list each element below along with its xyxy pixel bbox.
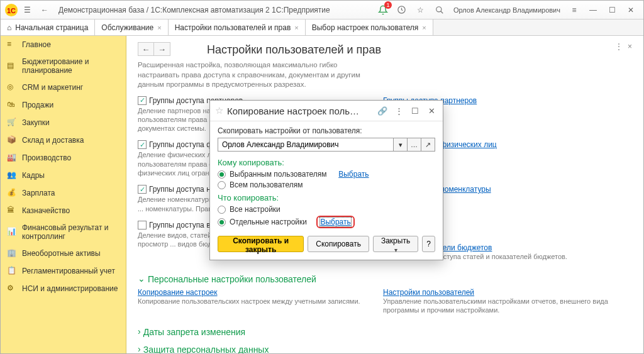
tab-home[interactable]: ⌂ Начальная страница	[1, 19, 95, 35]
sidebar-item-main[interactable]: ≡Главное	[1, 36, 126, 53]
tab-bar: ⌂ Начальная страница Обслуживание× Настр…	[1, 19, 643, 36]
sidebar-item-treasury[interactable]: 🏛Казначейство	[1, 202, 126, 219]
maximize-icon[interactable]: ☐	[604, 3, 619, 18]
radio-all-users[interactable]	[218, 181, 226, 189]
chart-icon: ▤	[7, 61, 17, 71]
dialog-close-icon[interactable]: ✕	[425, 104, 438, 117]
svg-point-3	[436, 6, 441, 11]
page-close-icon[interactable]: ×	[628, 42, 632, 51]
sidebar-item-admin[interactable]: ⚙НСИ и администрирование	[1, 280, 126, 297]
building-icon: 🏢	[7, 248, 17, 258]
menu-icon[interactable]: ☰	[19, 3, 35, 18]
radio-all-settings[interactable]	[218, 206, 226, 214]
group-copy-to: Кому копировать:	[218, 158, 435, 167]
close-tab-icon[interactable]: ×	[422, 24, 426, 31]
open-icon[interactable]: ↗	[421, 138, 435, 152]
bars-icon: 📊	[7, 227, 17, 237]
sidebar-item-hr[interactable]: 👥Кадры	[1, 167, 126, 184]
sidebar-item-production[interactable]: 🏭Производство	[1, 149, 126, 167]
doc-icon: 📋	[7, 266, 17, 276]
section-personal-data[interactable]: Защита персональных данных	[138, 345, 632, 354]
copy-button[interactable]: Скопировать	[308, 236, 369, 252]
nav-back-button[interactable]: ←	[138, 42, 154, 56]
checkbox-partners[interactable]: ✓	[138, 96, 147, 105]
sidebar-item-warehouse[interactable]: 📦Склад и доставка	[1, 131, 126, 149]
sidebar: ≡Главное ▤Бюджетирование и планирование …	[1, 36, 126, 354]
favorite-icon[interactable]: ☆	[413, 3, 428, 18]
select-more-icon[interactable]: …	[408, 138, 421, 152]
favorite-dialog-icon[interactable]: ☆	[215, 105, 223, 116]
svg-text:1С: 1С	[7, 6, 16, 14]
home-icon: ≡	[7, 40, 17, 50]
nav-fwd-button[interactable]: →	[154, 42, 170, 56]
checkbox-nomenclature[interactable]: ✓	[138, 185, 147, 194]
page-more-icon[interactable]: ⋮	[615, 42, 623, 51]
dropdown-icon[interactable]: ▾	[394, 138, 408, 152]
copy-and-close-button[interactable]: Скопировать и закрыть	[218, 236, 304, 252]
help-button[interactable]: ?	[422, 236, 435, 252]
section-edit-dates[interactable]: Даты запрета изменения	[138, 327, 632, 337]
box-icon: 📦	[7, 135, 17, 145]
window-title: Демонстрационная база / 1С:Комплексная а…	[53, 6, 374, 14]
checkbox-budgets[interactable]	[138, 221, 147, 230]
people-icon: 👥	[7, 170, 17, 180]
history-icon[interactable]	[394, 3, 409, 18]
sidebar-item-crm[interactable]: ◎CRM и маркетинг	[1, 79, 126, 96]
link-copy-settings[interactable]: Копирование настроек	[138, 288, 218, 297]
sidebar-item-purchases[interactable]: 🛒Закупки	[1, 114, 126, 131]
close-window-icon[interactable]: ✕	[623, 3, 638, 18]
dialog-title: Копирование настроек поль…	[227, 106, 372, 116]
page-title: Настройки пользователей и прав	[207, 43, 632, 57]
home-icon: ⌂	[7, 23, 11, 32]
target-icon: ◎	[7, 82, 17, 92]
from-user-label: Скопировать настройки от пользователя:	[218, 126, 435, 135]
sidebar-item-finance[interactable]: 📊Финансовый результат и контроллинг	[1, 219, 126, 245]
dialog-more-icon[interactable]: ⋮	[392, 104, 405, 117]
link-icon[interactable]: 🔗	[376, 104, 389, 117]
section-personal-settings[interactable]: Персональные настройки пользователей	[138, 274, 632, 284]
radio-selected-users[interactable]	[218, 170, 226, 179]
sidebar-item-assets[interactable]: 🏢Внеоборотные активы	[1, 245, 126, 262]
minimize-icon[interactable]: —	[586, 3, 601, 18]
tab-maintenance[interactable]: Обслуживание×	[95, 19, 168, 35]
tab-user-rights[interactable]: Настройки пользователей и прав×	[169, 19, 306, 35]
cart-icon: 🛒	[7, 118, 17, 128]
close-tab-icon[interactable]: ×	[157, 24, 161, 31]
dialog-maximize-icon[interactable]: ☐	[409, 104, 421, 117]
radio-selected-settings[interactable]	[218, 218, 226, 226]
page-description: Расширенная настройка, позволяющая макси…	[138, 60, 377, 90]
current-user[interactable]: Орлов Александр Владимирович	[450, 6, 564, 14]
highlighted-select-link: Выбрать	[316, 216, 354, 228]
checkbox-persons[interactable]: ✓	[138, 140, 147, 149]
app-logo-icon: 1С	[4, 3, 18, 17]
close-tab-icon[interactable]: ×	[294, 24, 298, 31]
bag-icon: 🛍	[7, 100, 17, 110]
notifications-icon[interactable]: 1	[375, 3, 391, 18]
close-button[interactable]: Закрыть	[373, 236, 418, 252]
bank-icon: 🏛	[7, 206, 17, 216]
factory-icon: 🏭	[7, 153, 17, 163]
link-user-settings[interactable]: Настройки пользователей	[383, 288, 474, 297]
tab-select-settings[interactable]: Выбор настроек пользователя×	[306, 19, 433, 35]
copy-settings-dialog: ☆ Копирование настроек поль… 🔗 ⋮ ☐ ✕ Ско…	[209, 100, 443, 260]
sidebar-item-sales[interactable]: 🛍Продажи	[1, 96, 126, 114]
from-user-input[interactable]	[218, 138, 394, 152]
sidebar-item-salary[interactable]: 💰Зарплата	[1, 184, 126, 202]
money-icon: 💰	[7, 188, 17, 198]
nav-back-icon[interactable]: ←	[37, 3, 52, 18]
sidebar-item-regulated[interactable]: 📋Регламентированный учет	[1, 262, 126, 280]
search-icon[interactable]	[432, 3, 447, 18]
gear-icon: ⚙	[7, 284, 17, 294]
link-select-settings[interactable]: Выбрать	[320, 218, 350, 226]
link-select-users[interactable]: Выбрать	[338, 170, 369, 179]
notification-badge: 1	[384, 1, 392, 9]
user-menu-icon[interactable]: ≡	[567, 3, 582, 18]
sidebar-item-budget[interactable]: ▤Бюджетирование и планирование	[1, 53, 126, 79]
group-what-copy: Что копировать:	[218, 193, 435, 202]
